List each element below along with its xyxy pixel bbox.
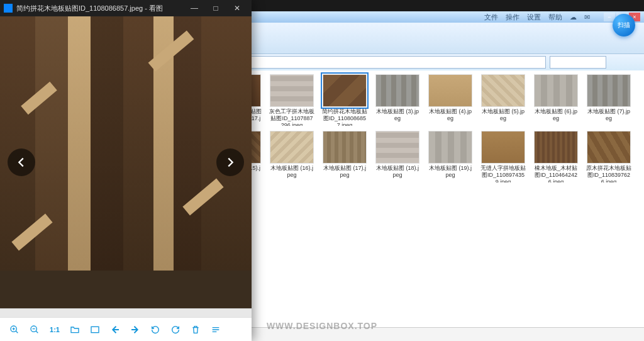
thumbnail-image bbox=[375, 131, 419, 164]
viewer-status-strip bbox=[0, 308, 252, 317]
file-thumbnail[interactable]: 木地板贴图 (17).jpeg bbox=[322, 131, 367, 182]
file-thumbnail[interactable]: 木地板贴图 (16).jpeg bbox=[269, 131, 314, 182]
thumbnail-image bbox=[270, 131, 314, 164]
close-button[interactable]: ✕ bbox=[226, 0, 248, 16]
mail-icon[interactable]: ✉ bbox=[584, 13, 590, 21]
app-icon bbox=[4, 4, 13, 13]
file-thumbnail[interactable]: 灰色工字拼木地板贴图ID_1107887296.jpeg bbox=[269, 74, 314, 126]
file-thumbnail[interactable]: 木地板贴图 (3).jpeg bbox=[375, 74, 420, 126]
more-options-icon[interactable] bbox=[210, 324, 221, 335]
image-viewer-window: 简约拼花木地板贴图ID_1108086857.jpeg - 看图 — □ ✕ 1… bbox=[0, 0, 252, 341]
file-thumbnail[interactable]: 无缝人字拼地板贴图ID_1108974359.jpeg bbox=[480, 131, 526, 182]
thumbnail-image bbox=[587, 131, 631, 164]
file-thumbnail[interactable]: 木地板贴图 (7).jpeg bbox=[586, 74, 631, 126]
thumbnail-label: 木地板贴图 (3).jpeg bbox=[375, 108, 420, 122]
scan-button[interactable]: 扫描 bbox=[613, 14, 635, 36]
thumbnail-image bbox=[428, 74, 472, 107]
thumbnail-label: 橡木地板_木材贴图ID_1104642426.jpeg bbox=[533, 165, 579, 182]
prev-toolbar-button[interactable] bbox=[109, 324, 121, 335]
file-thumbnail[interactable]: 木地板贴图 (5).jpeg bbox=[480, 74, 526, 126]
actual-size-button[interactable]: 1:1 bbox=[49, 324, 60, 335]
thumbnail-label: 木地板贴图 (4).jpeg bbox=[428, 108, 473, 122]
file-thumbnail[interactable]: 橡木地板_木材贴图ID_1104642426.jpeg bbox=[533, 131, 579, 182]
cloud-icon[interactable]: ☁ bbox=[570, 13, 577, 21]
thumbnail-image bbox=[534, 131, 578, 164]
file-thumbnail[interactable]: 木地板贴图 (19).jpeg bbox=[428, 131, 473, 182]
thumbnail-label: 木地板贴图 (19).jpeg bbox=[428, 165, 473, 179]
viewer-title: 简约拼花木地板贴图ID_1108086857.jpeg - 看图 bbox=[16, 4, 163, 13]
rotate-left-icon[interactable] bbox=[150, 324, 161, 335]
thumbnail-label: 原木拼花木地板贴图ID_1108397626.jpeg bbox=[586, 165, 631, 182]
open-folder-icon[interactable] bbox=[69, 324, 80, 335]
thumbnail-label: 木地板贴图 (6).jpeg bbox=[533, 108, 579, 122]
minimize-button[interactable]: — bbox=[184, 0, 205, 16]
menu-file[interactable]: 文件 bbox=[484, 13, 498, 22]
thumbnail-label: 木地板贴图 (5).jpeg bbox=[480, 108, 526, 122]
thumbnail-image bbox=[323, 74, 367, 107]
thumbnail-label: 简约拼花木地板贴图ID_1108086857.jpeg bbox=[322, 108, 367, 126]
image-canvas[interactable] bbox=[0, 16, 252, 308]
thumbnail-label: 无缝人字拼地板贴图ID_1108974359.jpeg bbox=[480, 165, 526, 182]
menu-action[interactable]: 操作 bbox=[506, 13, 519, 22]
thumbnail-label: 灰色工字拼木地板贴图ID_1107887296.jpeg bbox=[269, 108, 314, 126]
thumbnail-image bbox=[375, 74, 419, 107]
thumbnail-image bbox=[481, 131, 525, 164]
file-thumbnail[interactable]: 木地板贴图 (4).jpeg bbox=[428, 74, 473, 126]
thumbnail-image bbox=[428, 131, 472, 164]
next-toolbar-button[interactable] bbox=[130, 324, 141, 335]
zoom-in-icon[interactable] bbox=[9, 324, 20, 335]
maximize-button[interactable]: □ bbox=[205, 0, 226, 16]
file-thumbnail[interactable]: 木地板贴图 (6).jpeg bbox=[533, 74, 579, 126]
thumbnail-image bbox=[534, 74, 578, 107]
fit-screen-icon[interactable] bbox=[89, 324, 101, 335]
menu-help[interactable]: 帮助 bbox=[548, 13, 562, 22]
thumbnail-image bbox=[323, 131, 367, 164]
delete-icon[interactable] bbox=[190, 324, 201, 335]
previous-image-button[interactable] bbox=[8, 148, 35, 176]
zoom-out-icon[interactable] bbox=[29, 324, 40, 335]
viewer-toolbar: 1:1 bbox=[0, 317, 252, 341]
search-input[interactable] bbox=[550, 56, 606, 69]
file-thumbnail[interactable]: 木地板贴图 (18).jpeg bbox=[375, 131, 420, 182]
menu-settings[interactable]: 设置 bbox=[527, 13, 541, 22]
file-thumbnail[interactable]: 简约拼花木地板贴图ID_1108086857.jpeg bbox=[322, 74, 367, 126]
thumbnail-image bbox=[270, 74, 314, 107]
thumbnail-label: 木地板贴图 (16).jpeg bbox=[269, 165, 314, 179]
thumbnail-image bbox=[481, 74, 525, 107]
next-image-button[interactable] bbox=[216, 148, 244, 176]
thumbnail-image bbox=[587, 74, 631, 107]
svg-rect-2 bbox=[91, 327, 99, 332]
rotate-right-icon[interactable] bbox=[170, 324, 181, 335]
thumbnail-label: 木地板贴图 (17).jpeg bbox=[322, 165, 367, 179]
thumbnail-label: 木地板贴图 (7).jpeg bbox=[586, 108, 631, 122]
viewer-titlebar[interactable]: 简约拼花木地板贴图ID_1108086857.jpeg - 看图 — □ ✕ bbox=[0, 0, 252, 16]
thumbnail-label: 木地板贴图 (18).jpeg bbox=[375, 165, 420, 179]
file-thumbnail[interactable]: 原木拼花木地板贴图ID_1108397626.jpeg bbox=[586, 131, 631, 182]
